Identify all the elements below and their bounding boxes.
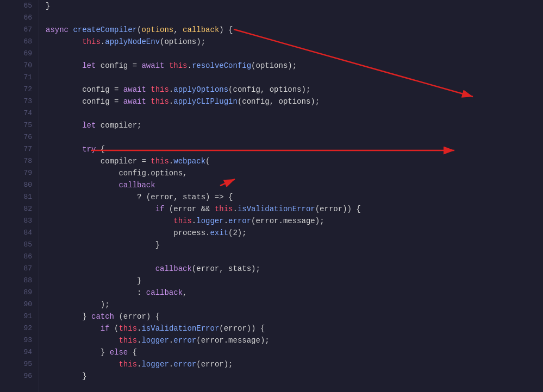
line-numbers: 65 66 67 68 69 70 71 72 73 74 75 76 77 7… bbox=[0, 0, 39, 392]
line-num-87: 87 bbox=[0, 263, 32, 275]
code-token: . bbox=[169, 155, 173, 167]
code-token: } bbox=[46, 370, 87, 382]
code-token: isValidationError bbox=[141, 323, 219, 334]
code-token: await bbox=[123, 96, 146, 108]
code-line-76 bbox=[46, 131, 543, 143]
code-token: this bbox=[151, 155, 169, 167]
code-token bbox=[68, 24, 73, 36]
code-token: compiler = bbox=[46, 155, 151, 167]
code-line-78: compiler = this . webpack ( bbox=[46, 155, 543, 167]
code-token: { bbox=[96, 143, 105, 155]
code-token: if bbox=[101, 323, 110, 334]
line-num-72: 72 bbox=[0, 84, 32, 96]
line-num-67: 67 bbox=[0, 24, 32, 36]
code-token: , bbox=[173, 24, 183, 36]
code-token: error bbox=[228, 215, 251, 227]
code-token: . bbox=[192, 215, 196, 227]
code-line-92: if ( this . isValidationError (error)) { bbox=[46, 323, 543, 334]
code-token bbox=[46, 334, 118, 346]
code-line-87: callback (error, stats); bbox=[46, 263, 543, 275]
line-num-82: 82 bbox=[0, 203, 32, 215]
code-token: . bbox=[169, 84, 173, 96]
line-num-78: 78 bbox=[0, 155, 32, 167]
code-token bbox=[46, 143, 82, 155]
code-line-75: let compiler; bbox=[46, 119, 543, 131]
code-token: applyNodeEnv bbox=[105, 36, 160, 48]
line-num-71: 71 bbox=[0, 72, 32, 84]
code-token bbox=[146, 84, 151, 96]
code-token: . bbox=[187, 60, 191, 72]
code-token: (options); bbox=[160, 36, 205, 48]
code-token: isValidationError bbox=[238, 203, 315, 215]
code-line-86 bbox=[46, 251, 543, 263]
code-token: else bbox=[110, 346, 128, 358]
code-token: (config, options); bbox=[238, 96, 320, 108]
line-num-95: 95 bbox=[0, 358, 32, 370]
line-num-86: 86 bbox=[0, 251, 32, 263]
line-num-75: 75 bbox=[0, 119, 32, 131]
line-num-65: 65 bbox=[0, 0, 32, 12]
code-token: this bbox=[82, 36, 101, 48]
code-area: 65 66 67 68 69 70 71 72 73 74 75 76 77 7… bbox=[0, 0, 543, 392]
code-token: if bbox=[155, 203, 165, 215]
code-line-74 bbox=[46, 108, 543, 119]
code-token bbox=[46, 36, 82, 48]
code-token bbox=[46, 263, 155, 275]
code-token: { bbox=[128, 346, 137, 358]
line-num-91: 91 bbox=[0, 311, 32, 323]
code-token: compiler; bbox=[96, 119, 141, 131]
line-num-69: 69 bbox=[0, 48, 32, 60]
code-token: this bbox=[173, 215, 192, 227]
line-num-70: 70 bbox=[0, 60, 32, 72]
code-token: (config, options); bbox=[228, 84, 310, 96]
code-token: . bbox=[169, 334, 173, 346]
code-token: , bbox=[183, 287, 187, 299]
code-token: } bbox=[46, 275, 141, 287]
code-token: } bbox=[46, 0, 50, 12]
code-line-95: this . logger . error (error); bbox=[46, 358, 543, 370]
line-num-96: 96 bbox=[0, 370, 32, 382]
code-line-66 bbox=[46, 12, 543, 24]
code-token: this bbox=[169, 60, 188, 72]
code-token: . bbox=[224, 215, 228, 227]
line-num-80: 80 bbox=[0, 179, 32, 191]
code-line-84: process. exit (2); bbox=[46, 227, 543, 239]
code-line-72: config = await this . applyOptions (conf… bbox=[46, 84, 543, 96]
code-token: : bbox=[46, 287, 146, 299]
code-token: . bbox=[137, 323, 141, 334]
code-token: . bbox=[137, 358, 141, 370]
code-token: this bbox=[151, 96, 169, 108]
code-token: applyOptions bbox=[173, 84, 228, 96]
code-token: logger bbox=[196, 215, 223, 227]
code-token: let bbox=[82, 119, 96, 131]
line-num-66: 66 bbox=[0, 12, 32, 24]
code-token: let bbox=[82, 60, 96, 72]
code-token: config = bbox=[46, 96, 123, 108]
code-token: callback bbox=[183, 24, 219, 36]
code-token: exit bbox=[210, 227, 228, 239]
code-line-73: config = await this . applyCLIPlugin (co… bbox=[46, 96, 543, 108]
code-token: callback bbox=[155, 263, 192, 275]
code-token: . bbox=[169, 358, 173, 370]
code-line-90: ); bbox=[46, 299, 543, 311]
code-token: (options); bbox=[251, 60, 297, 72]
code-line-65: } bbox=[46, 0, 543, 12]
code-line-93: this . logger . error (error.message); bbox=[46, 334, 543, 346]
line-num-81: 81 bbox=[0, 191, 32, 203]
code-token: . bbox=[169, 96, 173, 108]
line-num-85: 85 bbox=[0, 239, 32, 251]
code-token: (error.message); bbox=[251, 215, 324, 227]
line-num-76: 76 bbox=[0, 131, 32, 143]
code-token: createCompiler bbox=[73, 24, 137, 36]
code-token bbox=[46, 358, 118, 370]
code-token: this bbox=[215, 203, 233, 215]
code-line-88: } bbox=[46, 275, 543, 287]
code-token: ( bbox=[205, 155, 210, 167]
code-token bbox=[46, 215, 173, 227]
code-token: callback bbox=[118, 179, 155, 191]
line-num-90: 90 bbox=[0, 299, 32, 311]
code-token: error bbox=[173, 358, 196, 370]
code-line-82: if (error && this . isValidationError (e… bbox=[46, 203, 543, 215]
code-token bbox=[146, 96, 151, 108]
code-content: } async createCompiler ( options , callb… bbox=[39, 0, 543, 392]
